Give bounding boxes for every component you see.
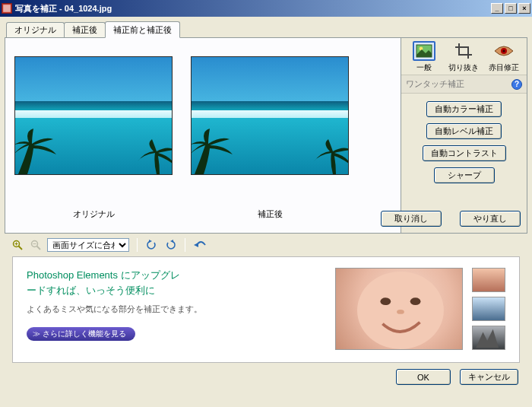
image-compare-area: オリジナル 補正後 — [11, 44, 393, 227]
after-image — [191, 56, 349, 175]
redo-button[interactable]: やり直し — [460, 211, 521, 227]
mode-general[interactable]: 一般 — [406, 41, 442, 73]
zoom-toolbar: 画面サイズに合わせる — [5, 237, 527, 253]
main-panel: オリジナル 補正後 一般 — [5, 37, 527, 234]
window-title: 写真を補正 - 04_1024.jpg — [15, 3, 112, 14]
svg-point-17 — [410, 297, 421, 305]
redeye-icon — [492, 41, 515, 61]
svg-marker-14 — [194, 243, 198, 247]
zoom-select[interactable]: 画面サイズに合わせる — [47, 238, 129, 252]
zoom-out-icon[interactable] — [29, 238, 43, 252]
tab-after[interactable]: 補正後 — [64, 22, 106, 38]
svg-marker-19 — [476, 329, 499, 348]
side-title-text: ワンタッチ補正 — [406, 78, 464, 90]
promo-main-image — [335, 268, 463, 350]
promo-thumb-2 — [472, 297, 505, 321]
mode-redeye[interactable]: 赤目修正 — [486, 41, 522, 73]
maximize-button[interactable]: □ — [505, 3, 517, 14]
tab-before-after[interactable]: 補正前と補正後 — [105, 21, 180, 38]
sharpen-button[interactable]: シャープ — [434, 167, 495, 183]
help-icon[interactable]: ? — [511, 79, 522, 90]
mode-crop-label: 切り抜き — [445, 62, 482, 73]
title-bar: 写真を補正 - 04_1024.jpg _ □ × — [0, 0, 532, 17]
auto-level-button[interactable]: 自動レベル補正 — [426, 123, 502, 139]
promo-thumb-3 — [472, 326, 505, 350]
promo-thumb-1 — [472, 268, 505, 292]
original-image — [14, 56, 173, 175]
svg-line-6 — [19, 246, 23, 250]
close-button[interactable]: × — [518, 3, 530, 14]
mode-general-label: 一般 — [406, 62, 442, 73]
svg-rect-0 — [3, 5, 11, 12]
app-icon — [2, 3, 12, 14]
minimize-button[interactable]: _ — [491, 3, 503, 14]
auto-color-button[interactable]: 自動カラー補正 — [426, 101, 502, 117]
promo-heading: Photoshop Elements にアップグレ ードすれば、いっそう便利に — [27, 268, 335, 297]
general-icon — [413, 41, 435, 61]
promo-heading-line2: ードすれば、いっそう便利に — [27, 285, 155, 296]
side-panel: 一般 切り抜き 赤目修正 ワンタッチ補正 ? — [401, 38, 527, 233]
svg-marker-13 — [170, 240, 173, 243]
after-caption: 補正後 — [258, 208, 283, 220]
zoom-in-icon[interactable] — [11, 238, 24, 252]
tab-bar: オリジナル 補正後 補正前と補正後 — [6, 21, 527, 37]
promo-more-button[interactable]: ≫ さらに詳しく機能を見る — [27, 327, 135, 341]
undo-icon[interactable] — [193, 238, 207, 252]
crop-icon — [452, 41, 475, 61]
svg-line-10 — [37, 246, 41, 250]
original-caption: オリジナル — [73, 208, 115, 220]
cancel-button[interactable]: キャンセル — [460, 369, 518, 385]
svg-point-4 — [502, 49, 505, 52]
mode-redeye-label: 赤目修正 — [486, 62, 522, 73]
svg-point-18 — [397, 310, 404, 314]
mode-crop[interactable]: 切り抜き — [445, 41, 482, 73]
side-section-title: ワンタッチ補正 ? — [401, 75, 527, 94]
toolbar-separator — [185, 238, 185, 252]
promo-panel: Photoshop Elements にアップグレ ードすれば、いっそう便利に … — [12, 256, 520, 363]
svg-marker-12 — [149, 240, 152, 243]
svg-point-16 — [380, 297, 391, 305]
toolbar-separator — [137, 238, 138, 252]
rotate-cw-icon[interactable] — [163, 238, 177, 252]
ok-button[interactable]: OK — [396, 369, 451, 385]
promo-body: よくあるミスや気になる部分を補正できます。 — [27, 304, 335, 315]
undo-button[interactable]: 取り消し — [381, 211, 442, 227]
tab-original[interactable]: オリジナル — [6, 22, 65, 38]
auto-contrast-button[interactable]: 自動コントラスト — [423, 145, 506, 161]
rotate-ccw-icon[interactable] — [145, 238, 159, 252]
promo-heading-line1: Photoshop Elements にアップグレ — [27, 269, 180, 281]
